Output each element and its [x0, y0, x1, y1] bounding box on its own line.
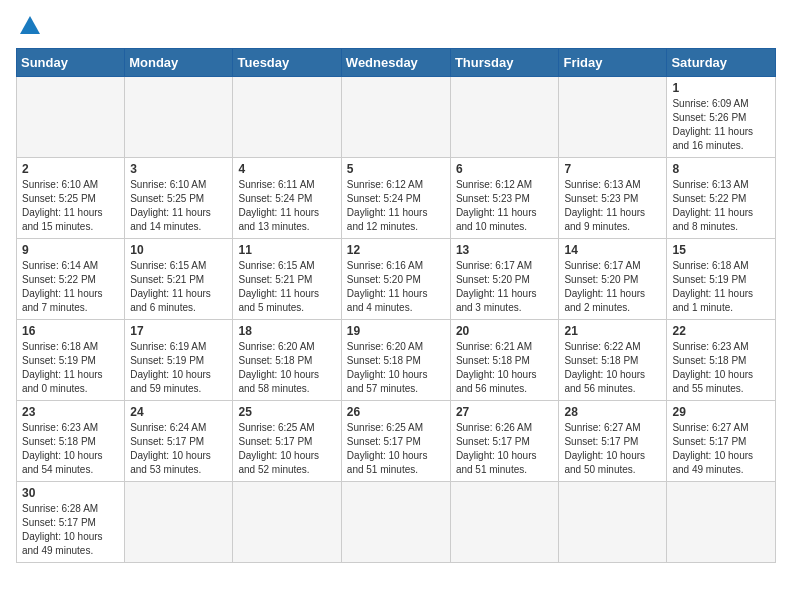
calendar-week-row: 30Sunrise: 6:28 AM Sunset: 5:17 PM Dayli… [17, 482, 776, 563]
calendar-week-row: 23Sunrise: 6:23 AM Sunset: 5:18 PM Dayli… [17, 401, 776, 482]
calendar-day-cell: 11Sunrise: 6:15 AM Sunset: 5:21 PM Dayli… [233, 239, 341, 320]
day-number: 21 [564, 324, 661, 338]
day-header-row: SundayMondayTuesdayWednesdayThursdayFrid… [17, 49, 776, 77]
day-info: Sunrise: 6:12 AM Sunset: 5:23 PM Dayligh… [456, 178, 554, 234]
logo [16, 16, 40, 36]
calendar-day-cell [341, 482, 450, 563]
calendar-week-row: 16Sunrise: 6:18 AM Sunset: 5:19 PM Dayli… [17, 320, 776, 401]
day-number: 11 [238, 243, 335, 257]
day-of-week-header: Sunday [17, 49, 125, 77]
day-info: Sunrise: 6:14 AM Sunset: 5:22 PM Dayligh… [22, 259, 119, 315]
calendar-day-cell: 14Sunrise: 6:17 AM Sunset: 5:20 PM Dayli… [559, 239, 667, 320]
day-number: 24 [130, 405, 227, 419]
day-number: 14 [564, 243, 661, 257]
calendar-day-cell [559, 77, 667, 158]
calendar-day-cell: 29Sunrise: 6:27 AM Sunset: 5:17 PM Dayli… [667, 401, 776, 482]
calendar-day-cell: 30Sunrise: 6:28 AM Sunset: 5:17 PM Dayli… [17, 482, 125, 563]
day-info: Sunrise: 6:17 AM Sunset: 5:20 PM Dayligh… [564, 259, 661, 315]
day-info: Sunrise: 6:23 AM Sunset: 5:18 PM Dayligh… [22, 421, 119, 477]
day-info: Sunrise: 6:23 AM Sunset: 5:18 PM Dayligh… [672, 340, 770, 396]
day-number: 22 [672, 324, 770, 338]
day-number: 2 [22, 162, 119, 176]
page-header [16, 16, 776, 36]
day-info: Sunrise: 6:17 AM Sunset: 5:20 PM Dayligh… [456, 259, 554, 315]
day-info: Sunrise: 6:13 AM Sunset: 5:23 PM Dayligh… [564, 178, 661, 234]
day-of-week-header: Tuesday [233, 49, 341, 77]
calendar-day-cell: 6Sunrise: 6:12 AM Sunset: 5:23 PM Daylig… [450, 158, 559, 239]
day-number: 7 [564, 162, 661, 176]
calendar-day-cell: 25Sunrise: 6:25 AM Sunset: 5:17 PM Dayli… [233, 401, 341, 482]
day-number: 15 [672, 243, 770, 257]
day-info: Sunrise: 6:20 AM Sunset: 5:18 PM Dayligh… [347, 340, 445, 396]
calendar-day-cell: 28Sunrise: 6:27 AM Sunset: 5:17 PM Dayli… [559, 401, 667, 482]
day-info: Sunrise: 6:13 AM Sunset: 5:22 PM Dayligh… [672, 178, 770, 234]
day-of-week-header: Monday [125, 49, 233, 77]
day-info: Sunrise: 6:25 AM Sunset: 5:17 PM Dayligh… [347, 421, 445, 477]
calendar-day-cell: 15Sunrise: 6:18 AM Sunset: 5:19 PM Dayli… [667, 239, 776, 320]
day-number: 20 [456, 324, 554, 338]
day-info: Sunrise: 6:15 AM Sunset: 5:21 PM Dayligh… [238, 259, 335, 315]
day-info: Sunrise: 6:15 AM Sunset: 5:21 PM Dayligh… [130, 259, 227, 315]
calendar-day-cell: 17Sunrise: 6:19 AM Sunset: 5:19 PM Dayli… [125, 320, 233, 401]
day-info: Sunrise: 6:12 AM Sunset: 5:24 PM Dayligh… [347, 178, 445, 234]
calendar-day-cell [125, 77, 233, 158]
calendar-day-cell: 8Sunrise: 6:13 AM Sunset: 5:22 PM Daylig… [667, 158, 776, 239]
day-info: Sunrise: 6:28 AM Sunset: 5:17 PM Dayligh… [22, 502, 119, 558]
day-number: 26 [347, 405, 445, 419]
calendar-day-cell: 26Sunrise: 6:25 AM Sunset: 5:17 PM Dayli… [341, 401, 450, 482]
calendar-day-cell [17, 77, 125, 158]
calendar-day-cell [667, 482, 776, 563]
day-number: 13 [456, 243, 554, 257]
day-info: Sunrise: 6:18 AM Sunset: 5:19 PM Dayligh… [22, 340, 119, 396]
day-number: 8 [672, 162, 770, 176]
calendar-day-cell [559, 482, 667, 563]
calendar-day-cell: 12Sunrise: 6:16 AM Sunset: 5:20 PM Dayli… [341, 239, 450, 320]
logo-triangle-icon [20, 16, 40, 34]
calendar-day-cell: 23Sunrise: 6:23 AM Sunset: 5:18 PM Dayli… [17, 401, 125, 482]
calendar-week-row: 9Sunrise: 6:14 AM Sunset: 5:22 PM Daylig… [17, 239, 776, 320]
day-number: 29 [672, 405, 770, 419]
day-info: Sunrise: 6:22 AM Sunset: 5:18 PM Dayligh… [564, 340, 661, 396]
calendar-day-cell: 19Sunrise: 6:20 AM Sunset: 5:18 PM Dayli… [341, 320, 450, 401]
calendar-body: 1Sunrise: 6:09 AM Sunset: 5:26 PM Daylig… [17, 77, 776, 563]
calendar-day-cell [233, 77, 341, 158]
day-info: Sunrise: 6:27 AM Sunset: 5:17 PM Dayligh… [672, 421, 770, 477]
calendar-day-cell: 18Sunrise: 6:20 AM Sunset: 5:18 PM Dayli… [233, 320, 341, 401]
day-info: Sunrise: 6:10 AM Sunset: 5:25 PM Dayligh… [130, 178, 227, 234]
day-info: Sunrise: 6:11 AM Sunset: 5:24 PM Dayligh… [238, 178, 335, 234]
calendar-day-cell: 5Sunrise: 6:12 AM Sunset: 5:24 PM Daylig… [341, 158, 450, 239]
day-info: Sunrise: 6:24 AM Sunset: 5:17 PM Dayligh… [130, 421, 227, 477]
day-number: 28 [564, 405, 661, 419]
calendar-table: SundayMondayTuesdayWednesdayThursdayFrid… [16, 48, 776, 563]
calendar-day-cell [233, 482, 341, 563]
day-of-week-header: Wednesday [341, 49, 450, 77]
day-number: 6 [456, 162, 554, 176]
calendar-day-cell: 24Sunrise: 6:24 AM Sunset: 5:17 PM Dayli… [125, 401, 233, 482]
day-info: Sunrise: 6:26 AM Sunset: 5:17 PM Dayligh… [456, 421, 554, 477]
calendar-week-row: 1Sunrise: 6:09 AM Sunset: 5:26 PM Daylig… [17, 77, 776, 158]
calendar-day-cell: 16Sunrise: 6:18 AM Sunset: 5:19 PM Dayli… [17, 320, 125, 401]
calendar-day-cell: 13Sunrise: 6:17 AM Sunset: 5:20 PM Dayli… [450, 239, 559, 320]
day-of-week-header: Thursday [450, 49, 559, 77]
calendar-day-cell: 10Sunrise: 6:15 AM Sunset: 5:21 PM Dayli… [125, 239, 233, 320]
day-info: Sunrise: 6:20 AM Sunset: 5:18 PM Dayligh… [238, 340, 335, 396]
calendar-day-cell [450, 482, 559, 563]
calendar-day-cell: 21Sunrise: 6:22 AM Sunset: 5:18 PM Dayli… [559, 320, 667, 401]
calendar-day-cell [341, 77, 450, 158]
calendar-day-cell: 20Sunrise: 6:21 AM Sunset: 5:18 PM Dayli… [450, 320, 559, 401]
calendar-day-cell: 1Sunrise: 6:09 AM Sunset: 5:26 PM Daylig… [667, 77, 776, 158]
day-number: 1 [672, 81, 770, 95]
day-number: 5 [347, 162, 445, 176]
day-info: Sunrise: 6:18 AM Sunset: 5:19 PM Dayligh… [672, 259, 770, 315]
calendar-day-cell: 2Sunrise: 6:10 AM Sunset: 5:25 PM Daylig… [17, 158, 125, 239]
day-number: 19 [347, 324, 445, 338]
calendar-day-cell: 4Sunrise: 6:11 AM Sunset: 5:24 PM Daylig… [233, 158, 341, 239]
calendar-day-cell: 7Sunrise: 6:13 AM Sunset: 5:23 PM Daylig… [559, 158, 667, 239]
calendar-day-cell: 9Sunrise: 6:14 AM Sunset: 5:22 PM Daylig… [17, 239, 125, 320]
day-number: 17 [130, 324, 227, 338]
calendar-day-cell [125, 482, 233, 563]
day-info: Sunrise: 6:25 AM Sunset: 5:17 PM Dayligh… [238, 421, 335, 477]
day-info: Sunrise: 6:10 AM Sunset: 5:25 PM Dayligh… [22, 178, 119, 234]
day-number: 30 [22, 486, 119, 500]
calendar-day-cell: 27Sunrise: 6:26 AM Sunset: 5:17 PM Dayli… [450, 401, 559, 482]
